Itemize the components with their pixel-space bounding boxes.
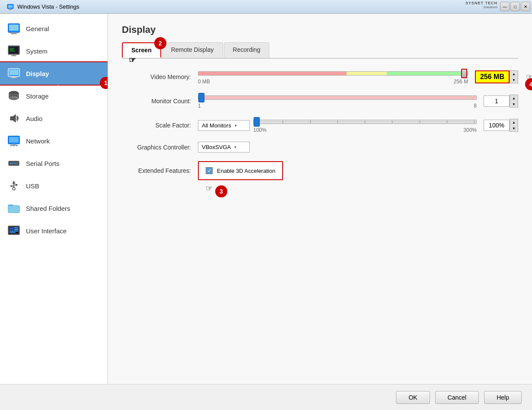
- tick-8: [447, 121, 447, 123]
- window-icon: [3, 0, 17, 14]
- sidebar-item-general[interactable]: General: [0, 17, 108, 40]
- video-memory-value-box: 256 MB ▲ ▼ 4 ☞: [475, 70, 518, 83]
- logo: SYSNET TECH Solutions: [465, 1, 497, 9]
- video-memory-slider-track[interactable]: [198, 69, 468, 78]
- help-button[interactable]: Help: [484, 391, 522, 404]
- monitor-count-handle[interactable]: [198, 93, 204, 102]
- sidebar-item-usb-label: USB: [26, 182, 39, 190]
- sidebar-item-system[interactable]: System: [0, 40, 108, 62]
- svg-rect-2: [10, 9, 11, 10]
- tab-recording[interactable]: Recording: [224, 42, 270, 58]
- close-button[interactable]: ✕: [521, 2, 530, 11]
- tick-5: [365, 121, 365, 123]
- sidebar-item-storage[interactable]: Storage: [0, 85, 108, 107]
- sidebar-item-serial-ports-label: Serial Ports: [26, 160, 60, 167]
- extended-features-label: Extended Features:: [122, 167, 191, 174]
- svg-point-29: [13, 145, 15, 146]
- video-memory-value: 256 MB: [475, 70, 510, 83]
- svg-rect-17: [12, 76, 16, 77]
- tick-6: [392, 121, 392, 123]
- svg-rect-32: [10, 162, 11, 164]
- extended-features-box: ✓ Enable 3D Acceleration ☞ 3: [198, 161, 283, 180]
- logo-line2: Solutions: [465, 5, 497, 9]
- system-icon: [7, 44, 21, 58]
- svg-point-28: [10, 145, 12, 146]
- scale-factor-slider-labels: 100% 300%: [253, 127, 477, 133]
- svg-rect-9: [9, 47, 19, 54]
- sidebar-item-network[interactable]: Network: [0, 130, 108, 152]
- graphics-controller-dropdown[interactable]: VBoxSVGA ▾: [198, 142, 250, 153]
- main-content: General System: [0, 14, 532, 384]
- monitor-count-value-box: 1 ▲ ▼: [484, 95, 518, 108]
- svg-rect-39: [10, 185, 13, 187]
- sidebar-item-shared-folders-label: Shared Folders: [26, 205, 70, 212]
- scale-factor-slider-container: 100% 300%: [253, 118, 477, 133]
- maximize-button[interactable]: □: [510, 2, 520, 11]
- sidebar-item-display[interactable]: Display 1 ☞: [0, 62, 108, 85]
- window-controls: — □ ✕: [500, 2, 530, 11]
- sidebar-item-serial-ports[interactable]: Serial Ports: [0, 152, 108, 175]
- svg-marker-37: [12, 181, 16, 184]
- video-memory-spinner[interactable]: ▲ ▼: [510, 70, 518, 83]
- svg-rect-40: [16, 184, 17, 186]
- svg-rect-26: [12, 144, 16, 145]
- svg-rect-16: [9, 70, 19, 75]
- tabs: Screen 2 ☞ Remote Display Recording: [122, 42, 518, 59]
- monitor-count-down-button[interactable]: ▼: [510, 101, 518, 107]
- video-memory-slider-bg[interactable]: [198, 71, 468, 76]
- sidebar-item-shared-folders[interactable]: Shared Folders: [0, 197, 108, 219]
- svg-point-30: [16, 145, 18, 146]
- svg-rect-34: [13, 162, 14, 164]
- scale-factor-slider-track[interactable]: [253, 118, 477, 126]
- settings-area: Video Memory: 0 MB 256 M 256: [122, 69, 518, 180]
- monitor-count-up-button[interactable]: ▲: [510, 95, 518, 101]
- display-icon: [7, 67, 21, 80]
- general-icon: [7, 22, 21, 35]
- scale-ticks: [254, 121, 476, 123]
- video-memory-up-button[interactable]: ▲: [510, 71, 518, 77]
- monitor-count-slider-track[interactable]: [198, 93, 477, 102]
- svg-rect-6: [12, 32, 16, 33]
- cancel-button[interactable]: Cancel: [435, 391, 479, 404]
- sidebar-item-audio-label: Audio: [26, 115, 42, 122]
- scale-factor-value-box: 100% ▲ ▼: [484, 119, 518, 132]
- scale-factor-dropdown[interactable]: All Monitors ▾: [198, 120, 250, 131]
- tab-remote-display[interactable]: Remote Display: [162, 42, 223, 58]
- cursor-1: ☞: [56, 82, 64, 92]
- monitor-count-value: 1: [484, 95, 510, 107]
- sidebar-item-user-interface-label: User Interface: [26, 227, 67, 235]
- video-memory-handle[interactable]: [461, 69, 467, 78]
- enable-3d-checkbox[interactable]: ✓: [206, 167, 213, 174]
- graphics-dropdown-arrow-icon: ▾: [234, 145, 236, 149]
- video-memory-slider-container: 0 MB 256 M: [198, 69, 468, 85]
- sidebar-item-storage-label: Storage: [26, 92, 49, 100]
- scale-factor-slider-bg[interactable]: [253, 120, 477, 124]
- ok-button[interactable]: OK: [396, 391, 430, 404]
- sidebar-item-audio[interactable]: Audio: [0, 107, 108, 130]
- monitor-count-slider-labels: 1 8: [198, 103, 477, 109]
- video-memory-label: Video Memory:: [122, 73, 191, 80]
- svg-rect-18: [11, 77, 17, 78]
- graphics-controller-label: Graphics Controller:: [122, 144, 191, 151]
- tab-screen[interactable]: Screen 2 ☞: [122, 42, 161, 58]
- sidebar-item-user-interface[interactable]: User Interface: [0, 219, 108, 242]
- video-memory-row: Video Memory: 0 MB 256 M 256: [122, 69, 518, 85]
- sidebar-item-usb[interactable]: USB: [0, 175, 108, 197]
- svg-rect-45: [14, 229, 18, 230]
- monitor-count-spinner[interactable]: ▲ ▼: [510, 95, 518, 108]
- scale-factor-down-button[interactable]: ▼: [510, 125, 518, 131]
- window-title: Windows Vista - Settings: [17, 3, 80, 10]
- svg-rect-43: [10, 227, 14, 230]
- minimize-button[interactable]: —: [500, 2, 510, 11]
- scale-factor-up-button[interactable]: ▲: [510, 119, 518, 125]
- svg-rect-33: [12, 162, 13, 164]
- video-memory-down-button[interactable]: ▼: [510, 77, 518, 83]
- app-window: Windows Vista - Settings SYSNET TECH Sol…: [0, 0, 532, 410]
- monitor-count-row: Monitor Count: 1 8 1: [122, 93, 518, 109]
- scale-factor-spinner[interactable]: ▲ ▼: [510, 119, 518, 132]
- monitor-count-slider-bg[interactable]: [198, 95, 477, 100]
- tick-7: [420, 121, 420, 123]
- ui-icon: [7, 224, 21, 238]
- scale-factor-handle[interactable]: [254, 117, 260, 127]
- svg-rect-46: [10, 231, 18, 232]
